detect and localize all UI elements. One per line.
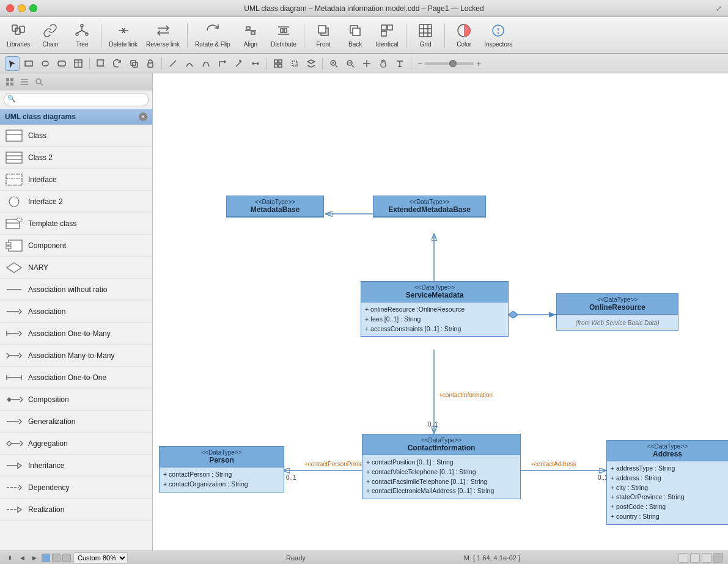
node-contact-info-body: + contactPosition [0..1] : String + cont…: [362, 455, 520, 499]
toolbar-chain[interactable]: Chain: [35, 19, 65, 52]
zoom-select[interactable]: Custom 80% 50% 75% 100% 125% 150%: [73, 552, 128, 563]
search-panel-btn[interactable]: [33, 76, 45, 88]
toolbar-identical[interactable]: Identical: [372, 19, 402, 52]
oval-tool[interactable]: [38, 56, 53, 71]
rect-tool[interactable]: [21, 56, 36, 71]
close-button[interactable]: [6, 4, 14, 12]
palette-item-composition[interactable]: Composition: [0, 389, 152, 411]
svg-point-5: [86, 33, 88, 35]
palette-item-component[interactable]: Component: [0, 235, 152, 257]
toolbar-front[interactable]: Front: [308, 19, 339, 52]
page-pause-btn[interactable]: ⏸: [5, 553, 15, 563]
node-contact-info[interactable]: <<DataType>> ContactInformation + contac…: [362, 434, 521, 499]
palette-item-association[interactable]: Association: [0, 301, 152, 323]
palette-item-assoc-one-many[interactable]: Association One-to-Many: [0, 323, 152, 345]
view-btn-3[interactable]: [702, 553, 711, 563]
rotate-tool[interactable]: [110, 56, 125, 71]
node-metadata-base[interactable]: <<DataType>> MetadataBase: [226, 196, 324, 218]
toolbar-back[interactable]: Back: [340, 19, 370, 52]
resize-tool[interactable]: [94, 56, 108, 71]
orthogonal-tool[interactable]: [215, 56, 230, 71]
palette-item-dependency[interactable]: Dependency: [0, 477, 152, 499]
pan-tool[interactable]: [359, 56, 374, 71]
palette-item-aggregation[interactable]: Aggregation: [0, 433, 152, 455]
palette-item-assoc-many-many[interactable]: Association Many-to-Many: [0, 345, 152, 367]
zoom-in-tool[interactable]: [326, 56, 341, 71]
toolbar-delete-link[interactable]: Delete link: [105, 19, 141, 52]
node-address[interactable]: <<DataType>> Address + addressType : Str…: [606, 440, 728, 525]
minimize-button[interactable]: [18, 4, 26, 12]
select-tool[interactable]: [5, 56, 20, 71]
svg-rect-18: [284, 29, 287, 32]
palette-item-template-class[interactable]: Template class: [0, 213, 152, 235]
bezier-tool[interactable]: [199, 56, 213, 71]
toolbar-libraries[interactable]: Libraries: [3, 19, 34, 52]
tools-sep-2: [161, 57, 162, 70]
toolbar-rotate-flip[interactable]: Rotate & Flip: [191, 19, 234, 52]
double-arrow-tool[interactable]: [248, 56, 263, 71]
node-extended-metadata-base[interactable]: <<DataType>> ExtendedMetadataBase: [373, 196, 486, 218]
toolbar-inspectors[interactable]: Inspectors: [480, 19, 516, 52]
text-tool[interactable]: [392, 56, 407, 71]
expand-icon[interactable]: ⤢: [716, 4, 722, 13]
lock-tool[interactable]: [143, 56, 158, 71]
view-btn-1[interactable]: [678, 553, 688, 563]
zoom-minus-icon[interactable]: −: [417, 59, 422, 68]
palette-item-assoc-no-ratio[interactable]: Association without ratio: [0, 279, 152, 301]
node-online-resource[interactable]: <<DataType>> OnlineResource (from Web Se…: [556, 293, 678, 331]
back-icon: [348, 23, 362, 40]
zoom-plus-icon[interactable]: +: [476, 59, 481, 68]
toolbar-tree[interactable]: Tree: [67, 19, 97, 52]
palette-item-class[interactable]: Class: [0, 125, 152, 147]
libraries-label: Libraries: [7, 41, 30, 48]
search-input[interactable]: [4, 93, 149, 106]
node-person[interactable]: <<DataType>> Person + contactPerson : St…: [159, 446, 284, 493]
palette-item-inheritance[interactable]: Inheritance: [0, 455, 152, 477]
layer-tool[interactable]: [304, 56, 318, 71]
palette-item-class2-label: Class 2: [28, 153, 53, 162]
maximize-button[interactable]: [29, 4, 37, 12]
svg-rect-22: [353, 28, 360, 35]
list-view-btn[interactable]: [18, 76, 31, 88]
line-tool[interactable]: [166, 56, 180, 71]
page-next-btn[interactable]: ▶: [29, 553, 39, 563]
toolbar-align[interactable]: Align: [235, 19, 266, 52]
toolbar-reverse-link[interactable]: Reverse link: [142, 19, 183, 52]
hand-tool[interactable]: [376, 56, 391, 71]
view-btn-4[interactable]: [713, 553, 723, 563]
zoom-slider[interactable]: [425, 62, 474, 65]
palette-item-interface[interactable]: Interface: [0, 169, 152, 191]
svg-line-7: [77, 31, 82, 33]
page-dot-1[interactable]: [42, 554, 50, 562]
palette-item-assoc-one-one[interactable]: Association One-to-One: [0, 367, 152, 389]
node-contact-info-header: <<DataType>> ContactInformation: [362, 434, 520, 455]
palette-item-realization[interactable]: Realization: [0, 499, 152, 521]
toolbar-color[interactable]: Color: [449, 19, 479, 52]
palette-item-class2[interactable]: Class 2: [0, 147, 152, 169]
page-dot-2[interactable]: [52, 554, 61, 562]
table-tool[interactable]: [71, 56, 86, 71]
arrow-tool[interactable]: [232, 56, 246, 71]
toolbar-distribute[interactable]: Distribute: [267, 19, 300, 52]
rounded-rect-tool[interactable]: [54, 56, 69, 71]
zoom-tool[interactable]: [127, 56, 141, 71]
zoom-out-tool[interactable]: [343, 56, 358, 71]
grid-view-btn[interactable]: [4, 76, 16, 88]
svg-line-54: [336, 65, 337, 67]
palette-item-nary[interactable]: NARY: [0, 257, 152, 279]
status-text: Ready: [286, 554, 306, 562]
svg-rect-74: [6, 174, 22, 185]
panel-close-btn[interactable]: ×: [139, 112, 147, 121]
palette-item-interface2[interactable]: Interface 2: [0, 191, 152, 213]
page-prev-btn[interactable]: ◀: [17, 553, 27, 563]
palette-item-generalization[interactable]: Generalization: [0, 411, 152, 433]
toolbar-grid[interactable]: Grid: [410, 19, 441, 52]
canvas[interactable]: 1 +contactInformation 0..1 +contactPerso…: [153, 73, 728, 551]
arc-tool[interactable]: [182, 56, 197, 71]
ungroup-tool[interactable]: [287, 56, 302, 71]
node-service-metadata[interactable]: <<DataType>> ServiceMetadata + onlineRes…: [361, 281, 509, 337]
view-btn-2[interactable]: [690, 553, 700, 563]
group-tool[interactable]: [271, 56, 285, 71]
page-dot-3[interactable]: [62, 554, 71, 562]
inspectors-icon: [491, 23, 506, 40]
